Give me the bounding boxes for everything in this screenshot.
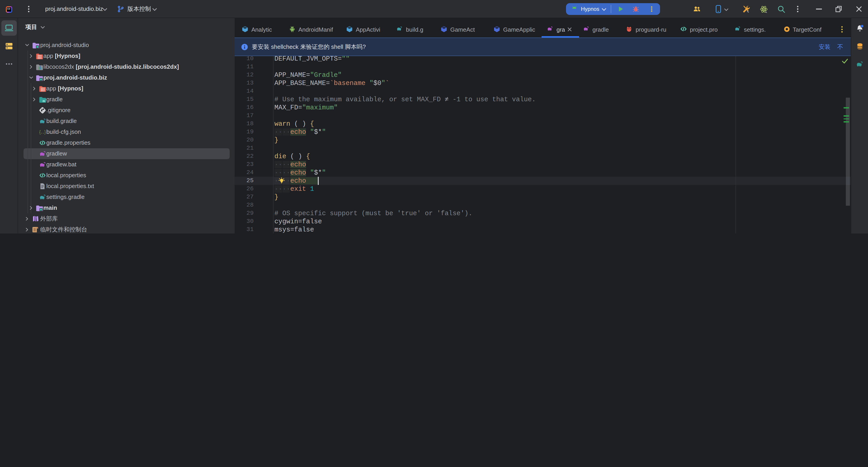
svg-text:{..}: {..} [39, 129, 46, 135]
